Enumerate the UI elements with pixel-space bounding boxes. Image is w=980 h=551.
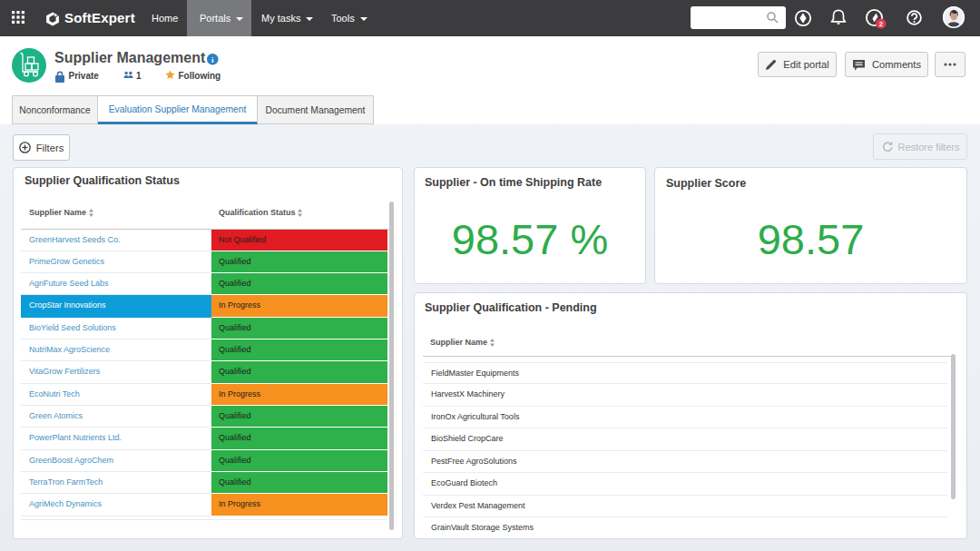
- svg-text:2: 2: [879, 20, 883, 28]
